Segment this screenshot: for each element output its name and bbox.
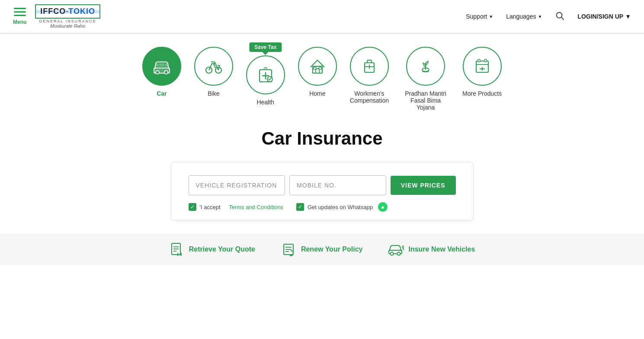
login-button[interactable]: LOGIN/SIGN UP ▼ [577,13,631,20]
retrieve-quote-label: Retrieve Your Quote [189,245,255,253]
products-row: Car Bike Save Tax [0,34,644,119]
product-car-label: Car [157,90,167,97]
support-nav[interactable]: Support ▼ [466,13,493,20]
svg-rect-15 [316,69,319,73]
renew-policy-icon [281,242,297,257]
svg-rect-26 [478,59,480,62]
terms-checkbox[interactable]: ✓ [189,203,196,211]
svg-point-4 [164,71,168,74]
product-bike[interactable]: Bike [194,47,233,97]
whatsapp-text: Get updates on Whatsapp [308,204,373,210]
product-car-circle [142,47,181,86]
search-button[interactable] [555,11,564,23]
product-health[interactable]: Save Tax Health [246,55,285,106]
form-card: VIEW PRICES ✓ 'I accept Terms and Condit… [171,162,474,221]
svg-rect-22 [476,61,488,72]
svg-rect-17 [319,67,321,69]
product-pradhan-circle [406,47,445,86]
product-more[interactable]: More Products [462,47,502,97]
insure-vehicles-label: Insure New Vehicles [408,245,475,253]
insure-vehicles-icon [388,242,404,257]
insure-vehicles-action[interactable]: Insure New Vehicles [388,242,475,257]
retrieve-quote-action[interactable]: Retrieve Your Quote [169,242,255,257]
product-home-circle [298,47,337,86]
product-more-label: More Products [462,90,502,97]
whatsapp-icon: ● [378,202,388,212]
renew-policy-label: Renew Your Policy [301,245,363,253]
support-dropdown-arrow: ▼ [489,14,493,19]
svg-rect-5 [159,63,164,67]
svg-rect-27 [484,59,487,62]
accept-terms-check[interactable]: ✓ 'I accept Terms and Conditions [189,203,283,211]
bottom-actions: Retrieve Your Quote Renew Your Policy [0,234,644,265]
login-dropdown-arrow: ▼ [625,13,631,20]
product-health-label: Health [257,99,274,106]
renew-policy-action[interactable]: Renew Your Policy [281,242,363,257]
product-workmen-label: Workmen'sCompensation [350,90,389,104]
svg-rect-7 [165,63,168,67]
product-workmen-circle [350,47,389,86]
product-pradhan-label: Pradhan MantriFasal Bima Yojana [402,90,449,111]
menu-button[interactable]: Menu [13,8,26,25]
svg-point-3 [156,71,159,74]
mobile-input[interactable] [289,175,386,195]
product-bike-label: Bike [208,90,219,97]
terms-link[interactable]: Terms and Conditions [229,204,283,210]
svg-rect-6 [156,63,159,67]
languages-dropdown-arrow: ▼ [538,14,542,19]
whatsapp-checkbox[interactable]: ✓ [296,203,304,211]
product-health-circle [246,55,285,94]
hamburger-line-2 [14,11,26,13]
product-home[interactable]: Home [298,47,337,97]
svg-rect-16 [314,67,316,69]
whatsapp-check[interactable]: ✓ Get updates on Whatsapp ● [296,202,388,212]
product-car[interactable]: Car [142,47,181,97]
form-checks: ✓ 'I accept Terms and Conditions ✓ Get u… [189,202,456,212]
svg-point-37 [391,252,394,255]
logo-subtitle: GENERAL INSURANCE [39,19,96,23]
save-tax-badge: Save Tax [249,42,282,52]
product-more-circle [463,47,502,86]
retrieve-quote-icon [169,242,185,257]
svg-line-1 [561,17,564,19]
hamburger-line-1 [14,8,26,9]
header: Menu IFFCO-TOKIO GENERAL INSURANCE Musku… [0,0,644,33]
product-pradhan[interactable]: Pradhan MantriFasal Bima Yojana [402,47,449,111]
languages-nav[interactable]: Languages ▼ [506,13,542,20]
hamburger-line-3 [14,15,26,16]
product-workmen[interactable]: Workmen'sCompensation [350,47,389,104]
header-nav: Support ▼ Languages ▼ LOGIN/SIGN UP ▼ [466,11,631,23]
vehicle-registration-input[interactable] [189,175,285,195]
view-prices-button[interactable]: VIEW PRICES [391,176,456,195]
menu-label: Menu [13,19,26,25]
svg-point-38 [397,252,400,255]
accept-text: 'I accept [200,204,221,210]
product-bike-circle [194,47,233,86]
form-row: VIEW PRICES [189,175,456,195]
logo[interactable]: IFFCO-TOKIO GENERAL INSURANCE Muskurate … [35,4,100,29]
svg-point-39 [402,246,404,248]
page-title: Car Insurance [0,128,644,149]
logo-tagline: Muskurate Raho [50,23,85,29]
product-home-label: Home [309,90,325,97]
main-content: Car Insurance VIEW PRICES ✓ 'I accept Te… [0,119,644,225]
